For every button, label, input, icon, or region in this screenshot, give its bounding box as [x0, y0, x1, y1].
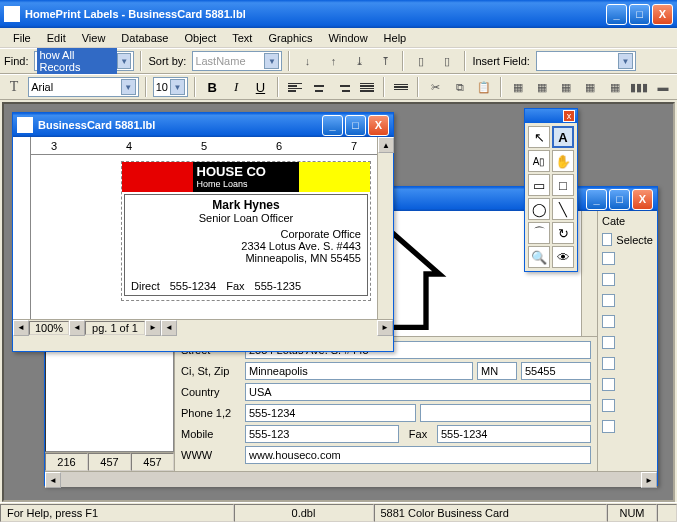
selected-checkbox[interactable]: [602, 233, 612, 246]
phone1-field[interactable]: 555-1234: [245, 404, 416, 422]
align-justify-button[interactable]: [357, 76, 377, 98]
insert-field-combo[interactable]: ▼: [536, 51, 636, 71]
font-icon[interactable]: T: [4, 76, 24, 98]
tool-button-6[interactable]: ▬: [653, 76, 673, 98]
black-block[interactable]: HOUSE CO Home Loans: [193, 162, 300, 192]
scroll-right-icon[interactable]: ►: [641, 472, 657, 488]
fax-field[interactable]: 555-1234: [437, 425, 591, 443]
pointer-tool[interactable]: ↖: [528, 126, 550, 148]
size-combo[interactable]: 10 ▼: [153, 77, 188, 97]
underline-button[interactable]: U: [250, 76, 270, 98]
category-checkbox[interactable]: [602, 378, 615, 391]
record-delete-icon[interactable]: ▯: [436, 50, 458, 72]
menu-window[interactable]: Window: [321, 30, 374, 46]
menu-edit[interactable]: Edit: [40, 30, 73, 46]
scrollbar-vertical[interactable]: ▲: [377, 137, 393, 319]
prev-page-button[interactable]: ◄: [69, 320, 85, 336]
sort-combo[interactable]: LastName ▼: [192, 51, 282, 71]
scroll-up-icon[interactable]: ▲: [378, 137, 394, 153]
italic-button[interactable]: I: [226, 76, 246, 98]
palette-titlebar[interactable]: x: [525, 109, 577, 123]
red-block[interactable]: [122, 162, 193, 192]
tool-button-4[interactable]: ▦: [580, 76, 600, 98]
tool-palette[interactable]: x ↖ A A▯ ✋ ▭ □ ◯ ╲ ⌒ ↻ 🔍 👁: [524, 108, 578, 272]
zip-field[interactable]: 55455: [521, 362, 591, 380]
list-button[interactable]: [391, 76, 411, 98]
font-combo[interactable]: Arial ▼: [28, 77, 139, 97]
scroll-left-icon[interactable]: ◄: [45, 472, 61, 488]
tool-button-3[interactable]: ▦: [556, 76, 576, 98]
category-checkbox[interactable]: [602, 315, 615, 328]
category-checkbox[interactable]: [602, 420, 615, 433]
align-center-button[interactable]: [309, 76, 329, 98]
menu-text[interactable]: Text: [225, 30, 259, 46]
square-tool[interactable]: □: [552, 174, 574, 196]
chevron-down-icon[interactable]: ▼: [264, 53, 279, 69]
zoom-tool[interactable]: 🔍: [528, 246, 550, 268]
minimize-button[interactable]: _: [586, 189, 607, 210]
menu-help[interactable]: Help: [377, 30, 414, 46]
arrow-down-bar-icon[interactable]: ⤓: [348, 50, 370, 72]
arrow-down-icon[interactable]: ↓: [296, 50, 318, 72]
cut-button[interactable]: ✂: [425, 76, 445, 98]
align-right-button[interactable]: [333, 76, 353, 98]
chevron-down-icon[interactable]: ▼: [121, 79, 136, 95]
category-checkbox[interactable]: [602, 294, 615, 307]
business-card[interactable]: HOUSE CO Home Loans Mark Hynes Senior Lo…: [121, 161, 371, 301]
city-field[interactable]: Minneapolis: [245, 362, 473, 380]
rotate-tool[interactable]: ↻: [552, 222, 574, 244]
category-checkbox[interactable]: [602, 399, 615, 412]
category-checkbox[interactable]: [602, 357, 615, 370]
scroll-left-icon[interactable]: ◄: [161, 320, 177, 336]
arrow-up-bar-icon[interactable]: ⤒: [374, 50, 396, 72]
tool-button-2[interactable]: ▦: [532, 76, 552, 98]
hand-tool[interactable]: ✋: [552, 150, 574, 172]
chevron-down-icon[interactable]: ▼: [117, 53, 131, 69]
card-role[interactable]: Senior Loan Officer: [131, 212, 361, 224]
canvas[interactable]: HOUSE CO Home Loans Mark Hynes Senior Lo…: [31, 155, 377, 319]
minimize-button[interactable]: _: [322, 115, 343, 136]
close-button[interactable]: X: [368, 115, 389, 136]
maximize-button[interactable]: □: [609, 189, 630, 210]
next-page-button[interactable]: ►: [145, 320, 161, 336]
category-checkbox[interactable]: [602, 336, 615, 349]
scrollbar-vertical[interactable]: [581, 211, 597, 336]
close-button[interactable]: X: [632, 189, 653, 210]
find-combo[interactable]: how All Records ▼: [34, 51, 134, 71]
phone2-field[interactable]: [420, 404, 591, 422]
barcode-button[interactable]: ▮▮▮: [629, 76, 649, 98]
yellow-block[interactable]: [299, 162, 370, 192]
maximize-button[interactable]: □: [629, 4, 650, 25]
ellipse-tool[interactable]: ◯: [528, 198, 550, 220]
scrollbar-horizontal[interactable]: ◄ ►: [45, 471, 657, 487]
rect-tool[interactable]: ▭: [528, 174, 550, 196]
close-button[interactable]: X: [652, 4, 673, 25]
doc-titlebar[interactable]: BusinessCard 5881.lbl _ □ X: [13, 113, 393, 137]
align-left-button[interactable]: [285, 76, 305, 98]
card-name[interactable]: Mark Hynes: [131, 198, 361, 212]
state-field[interactable]: MN: [477, 362, 517, 380]
menu-object[interactable]: Object: [177, 30, 223, 46]
menu-file[interactable]: File: [6, 30, 38, 46]
curve-tool[interactable]: ⌒: [528, 222, 550, 244]
menu-graphics[interactable]: Graphics: [261, 30, 319, 46]
chevron-down-icon[interactable]: ▼: [618, 53, 633, 69]
arrow-up-icon[interactable]: ↑: [322, 50, 344, 72]
mobile-field[interactable]: 555-123: [245, 425, 399, 443]
category-checkbox[interactable]: [602, 273, 615, 286]
chevron-down-icon[interactable]: ▼: [170, 79, 185, 95]
record-add-icon[interactable]: ▯: [410, 50, 432, 72]
eye-tool[interactable]: 👁: [552, 246, 574, 268]
tool-button-5[interactable]: ▦: [605, 76, 625, 98]
minimize-button[interactable]: _: [606, 4, 627, 25]
text-tool[interactable]: A: [552, 126, 574, 148]
paste-button[interactable]: 📋: [474, 76, 494, 98]
menu-database[interactable]: Database: [114, 30, 175, 46]
copy-button[interactable]: ⧉: [450, 76, 470, 98]
bold-button[interactable]: B: [202, 76, 222, 98]
textbox-tool[interactable]: A▯: [528, 150, 550, 172]
close-icon[interactable]: x: [563, 110, 575, 122]
line-tool[interactable]: ╲: [552, 198, 574, 220]
scroll-right-icon[interactable]: ►: [377, 320, 393, 336]
zoom-out-button[interactable]: ◄: [13, 320, 29, 336]
